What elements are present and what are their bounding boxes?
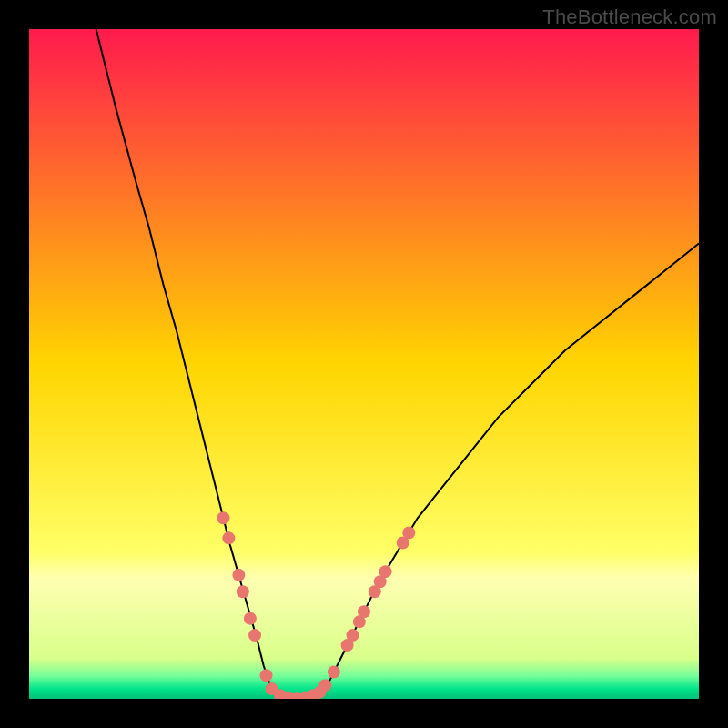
chart-svg <box>29 29 699 699</box>
highlight-dot <box>217 511 229 524</box>
highlight-dot <box>328 666 340 679</box>
highlight-dot <box>402 526 415 539</box>
highlight-dot <box>244 612 257 625</box>
highlight-dot <box>379 565 392 578</box>
highlight-dot <box>237 585 249 598</box>
highlight-dot <box>248 629 261 642</box>
highlight-dot <box>318 679 331 692</box>
highlight-dot <box>346 629 359 642</box>
chart-plot-area <box>29 29 699 699</box>
highlight-dot <box>260 669 273 682</box>
chart-background <box>29 29 699 699</box>
highlight-dot <box>222 531 235 544</box>
highlight-dot <box>358 605 370 618</box>
highlight-dot <box>232 569 245 581</box>
watermark-text: TheBottleneck.com <box>542 5 717 29</box>
